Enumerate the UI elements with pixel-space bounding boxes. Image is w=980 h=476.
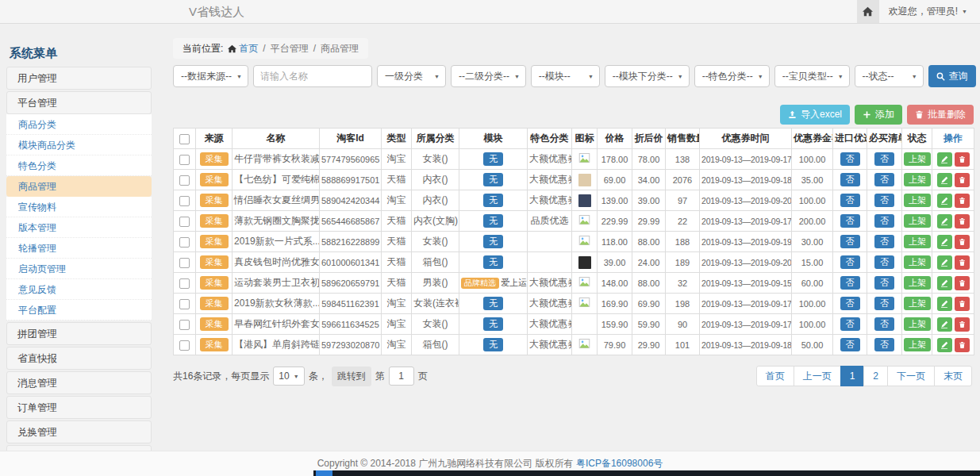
sidebar-item-8[interactable]: 轮播管理 <box>6 238 152 259</box>
status-badge[interactable]: 上架 <box>904 297 931 310</box>
row-checkbox[interactable] <box>179 196 190 206</box>
sidebar-item-15[interactable]: 订单管理 <box>6 396 152 419</box>
filter-select-4[interactable]: --模块--▼ <box>531 65 600 87</box>
filter-select-2[interactable]: 一级分类▼ <box>377 65 446 87</box>
filter-select-3[interactable]: --二级分类--▼ <box>451 65 526 87</box>
sidebar-item-3[interactable]: 模块商品分类 <box>6 135 152 155</box>
status-badge[interactable]: 上架 <box>904 173 931 186</box>
must-buy-toggle[interactable]: 否 <box>874 152 894 166</box>
sidebar-item-11[interactable]: 平台配置 <box>6 300 152 321</box>
edit-button[interactable] <box>937 297 952 311</box>
pager-first[interactable]: 首页 <box>756 366 794 386</box>
status-badge[interactable]: 上架 <box>904 214 931 228</box>
imported-toggle[interactable]: 否 <box>840 214 860 228</box>
edit-button[interactable] <box>937 152 952 167</box>
home-button[interactable] <box>857 0 879 23</box>
add-button[interactable]: 添加 <box>855 105 902 125</box>
sidebar-item-7[interactable]: 版本管理 <box>6 217 152 238</box>
row-checkbox[interactable] <box>179 320 190 330</box>
edit-button[interactable] <box>937 317 952 332</box>
edit-button[interactable] <box>937 235 952 249</box>
delete-button[interactable] <box>955 297 970 311</box>
status-badge[interactable]: 上架 <box>904 276 931 290</box>
filter-select-7[interactable]: --宝贝类型--▼ <box>774 65 850 87</box>
must-buy-toggle[interactable]: 否 <box>874 317 894 331</box>
imported-toggle[interactable]: 否 <box>840 338 860 351</box>
sidebar-item-13[interactable]: 省直快报 <box>6 347 152 370</box>
row-checkbox[interactable] <box>179 175 190 186</box>
row-checkbox[interactable] <box>179 217 190 227</box>
sidebar-item-4[interactable]: 特色分类 <box>6 155 152 176</box>
sidebar-item-2[interactable]: 商品分类 <box>6 114 152 135</box>
row-checkbox[interactable] <box>179 278 190 289</box>
row-checkbox[interactable] <box>179 299 190 309</box>
pager-page-2[interactable]: 2 <box>863 366 888 386</box>
pager-next[interactable]: 下一页 <box>887 366 935 386</box>
imported-toggle[interactable]: 否 <box>840 255 860 269</box>
delete-button[interactable] <box>955 152 970 167</box>
status-badge[interactable]: 上架 <box>904 338 931 351</box>
filter-select-0[interactable]: --数据来源--▼ <box>173 65 248 87</box>
edit-button[interactable] <box>937 214 952 228</box>
sidebar-item-1[interactable]: 平台管理 <box>6 91 152 114</box>
select-all-checkbox[interactable] <box>179 134 190 144</box>
must-buy-toggle[interactable]: 否 <box>874 214 894 228</box>
search-name-input[interactable] <box>253 65 372 87</box>
must-buy-toggle[interactable]: 否 <box>874 235 894 248</box>
must-buy-toggle[interactable]: 否 <box>874 173 894 186</box>
delete-button[interactable] <box>955 214 970 228</box>
import-excel-button[interactable]: 导入excel <box>780 105 850 125</box>
imported-toggle[interactable]: 否 <box>840 276 860 290</box>
sidebar-item-14[interactable]: 消息管理 <box>6 371 152 394</box>
sidebar-item-16[interactable]: 兑换管理 <box>6 420 152 443</box>
must-buy-toggle[interactable]: 否 <box>874 255 894 269</box>
status-badge[interactable]: 上架 <box>904 152 931 166</box>
pager-prev[interactable]: 上一页 <box>794 366 841 386</box>
sidebar-item-0[interactable]: 用户管理 <box>6 67 152 90</box>
status-badge[interactable]: 上架 <box>904 235 931 248</box>
jump-button[interactable]: 跳转到 <box>332 367 371 386</box>
must-buy-toggle[interactable]: 否 <box>874 297 894 310</box>
icp-link[interactable]: 粤ICP备16098006号 <box>576 457 663 470</box>
status-badge[interactable]: 上架 <box>904 317 931 331</box>
imported-toggle[interactable]: 否 <box>840 297 860 310</box>
edit-button[interactable] <box>937 173 952 187</box>
pager-page-1[interactable]: 1 <box>840 366 865 386</box>
row-checkbox[interactable] <box>179 258 190 268</box>
must-buy-toggle[interactable]: 否 <box>874 338 894 351</box>
row-checkbox[interactable] <box>179 155 190 165</box>
batch-delete-button[interactable]: 批量删除 <box>907 105 974 125</box>
sidebar-item-10[interactable]: 意见反馈 <box>6 279 152 300</box>
imported-toggle[interactable]: 否 <box>840 173 860 186</box>
delete-button[interactable] <box>955 173 970 187</box>
edit-button[interactable] <box>937 276 952 290</box>
delete-button[interactable] <box>955 317 970 332</box>
must-buy-toggle[interactable]: 否 <box>874 276 894 290</box>
filter-select-8[interactable]: --状态--▼ <box>855 65 924 87</box>
imported-toggle[interactable]: 否 <box>840 194 860 207</box>
pager-last[interactable]: 末页 <box>934 366 972 386</box>
user-menu[interactable]: 欢迎您，管理员! ▼ <box>879 5 980 18</box>
breadcrumb-home-link[interactable]: 首页 <box>228 42 258 56</box>
sidebar-item-5[interactable]: 商品管理 <box>6 176 152 197</box>
filter-select-6[interactable]: --特色分类--▼ <box>694 65 770 87</box>
edit-button[interactable] <box>937 338 952 352</box>
sidebar-item-6[interactable]: 宣传物料 <box>6 197 152 217</box>
page-number-input[interactable] <box>389 367 414 386</box>
delete-button[interactable] <box>955 235 970 249</box>
delete-button[interactable] <box>955 276 970 290</box>
sidebar-item-12[interactable]: 拼团管理 <box>6 322 152 345</box>
status-badge[interactable]: 上架 <box>904 255 931 269</box>
status-badge[interactable]: 上架 <box>904 194 931 207</box>
sidebar-item-9[interactable]: 启动页管理 <box>6 259 152 279</box>
imported-toggle[interactable]: 否 <box>840 235 860 248</box>
delete-button[interactable] <box>955 194 970 208</box>
delete-button[interactable] <box>955 255 970 270</box>
imported-toggle[interactable]: 否 <box>840 152 860 166</box>
edit-button[interactable] <box>937 255 952 270</box>
row-checkbox[interactable] <box>179 340 190 351</box>
per-page-select[interactable]: 10 ▼ <box>273 367 304 386</box>
edit-button[interactable] <box>937 194 952 208</box>
delete-button[interactable] <box>955 338 970 352</box>
search-button[interactable]: 查询 <box>928 65 976 87</box>
